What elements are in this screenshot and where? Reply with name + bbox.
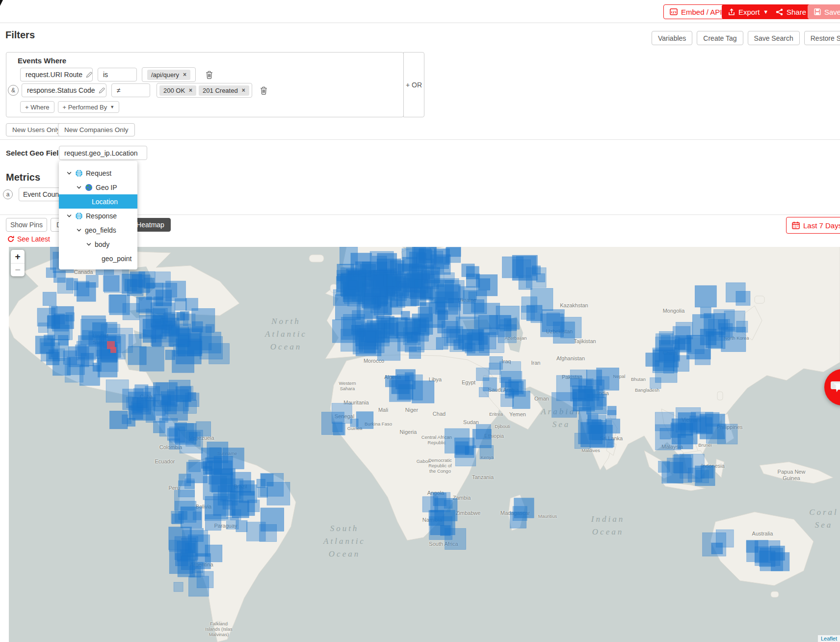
dropdown-item-label: Response bbox=[86, 212, 117, 220]
heatmap-cell bbox=[476, 368, 489, 381]
geo-field-input[interactable] bbox=[59, 146, 147, 160]
dropdown-item-label: Request bbox=[86, 169, 111, 177]
filter-field-button[interactable]: response.Status Code bbox=[22, 83, 106, 97]
heatmap-cell bbox=[239, 485, 257, 503]
heatmap-cell bbox=[153, 382, 177, 406]
zoom-out-button[interactable]: − bbox=[11, 263, 25, 276]
filter-actions: Variables Create Tag Save Search Restore… bbox=[652, 31, 840, 45]
operator-label: ≠ bbox=[117, 86, 121, 94]
heatmap-cell bbox=[261, 508, 284, 532]
filter-field-label: request.URI Route bbox=[26, 71, 82, 79]
heatmap-cell bbox=[480, 446, 494, 459]
heatmap-cell bbox=[405, 373, 414, 381]
heatmap-cell bbox=[47, 352, 59, 365]
heatmap-cell bbox=[206, 458, 222, 474]
heatmap-cell bbox=[440, 526, 450, 536]
heatmap-cell bbox=[466, 267, 479, 279]
filter-field-label: response.Status Code bbox=[27, 86, 95, 94]
delete-filter-button[interactable] bbox=[260, 86, 267, 95]
heatmap-cell bbox=[66, 313, 74, 321]
variables-button[interactable]: Variables bbox=[652, 31, 692, 45]
save-search-button[interactable]: Save Search bbox=[748, 31, 800, 45]
metric-badge: a bbox=[3, 189, 13, 199]
heatmap-cell bbox=[155, 272, 170, 287]
dropdown-item-request[interactable]: Request bbox=[59, 166, 137, 180]
filter-values-box[interactable]: /api/query bbox=[142, 67, 196, 82]
zoom-in-button[interactable]: + bbox=[11, 250, 25, 263]
filter-operator-select[interactable]: ≠ bbox=[111, 83, 150, 97]
dropdown-item-label: geo_fields bbox=[85, 226, 116, 234]
remove-icon[interactable] bbox=[183, 72, 186, 78]
heatmap-cell bbox=[192, 321, 203, 332]
share-button[interactable]: Share bbox=[769, 4, 813, 19]
heatmap-cell bbox=[675, 339, 685, 349]
heatmap-cell bbox=[43, 292, 56, 306]
heatmap-cell bbox=[136, 297, 152, 312]
dropdown-item-geo-fields[interactable]: geo_fields bbox=[59, 223, 137, 237]
heatmap-cell bbox=[398, 385, 413, 400]
filter-value-chip[interactable]: /api/query bbox=[147, 70, 190, 80]
chat-icon bbox=[830, 379, 840, 395]
geo-field-label: Select Geo Field bbox=[6, 149, 63, 157]
dropdown-item-response[interactable]: Response bbox=[59, 209, 137, 223]
heatmap-cell bbox=[372, 256, 387, 271]
and-operator-badge[interactable]: & bbox=[8, 85, 19, 96]
dropdown-item-location[interactable]: Location bbox=[59, 194, 137, 209]
save-button[interactable]: Save bbox=[808, 4, 840, 19]
show-pins-button[interactable]: Show Pins bbox=[6, 218, 47, 232]
heatmap-cell bbox=[448, 298, 461, 311]
dropdown-item-label: geo_point bbox=[102, 255, 132, 263]
filter-add-row: + Where + Performed By ▼ bbox=[20, 101, 119, 113]
heatmap-cell bbox=[38, 323, 48, 333]
new-companies-only-button[interactable]: New Companies Only bbox=[58, 123, 135, 136]
export-button[interactable]: Export ▼ bbox=[722, 4, 775, 19]
heatmap-cell bbox=[726, 283, 745, 302]
embed-api-button[interactable]: Embed / API bbox=[663, 4, 728, 19]
geo-field-dropdown: RequestGeo IPLocationResponsegeo_fieldsb… bbox=[59, 161, 137, 269]
remove-icon[interactable] bbox=[242, 87, 245, 93]
map-attribution-link[interactable]: Leaflet bbox=[818, 635, 840, 642]
heatmap-cell bbox=[478, 279, 490, 291]
heatmap-cell bbox=[409, 347, 421, 359]
heatmap-cell bbox=[261, 473, 284, 496]
filter-values-box[interactable]: 200 OK 201 Created bbox=[157, 83, 252, 98]
create-tag-button[interactable]: Create Tag bbox=[697, 31, 743, 45]
heatmap-cell bbox=[700, 329, 716, 345]
remove-icon[interactable] bbox=[189, 87, 192, 93]
see-latest-button[interactable]: See Latest bbox=[7, 235, 50, 243]
dropdown-item-geo-ip[interactable]: Geo IP bbox=[59, 180, 137, 194]
filter-value-chip[interactable]: 200 OK bbox=[159, 85, 196, 96]
export-label: Export bbox=[738, 8, 760, 16]
heatmap-cell bbox=[333, 422, 342, 432]
dropdown-item-body[interactable]: body bbox=[59, 237, 137, 251]
add-performed-by-button[interactable]: + Performed By ▼ bbox=[58, 101, 120, 113]
add-where-button[interactable]: + Where bbox=[20, 101, 54, 113]
date-range-button[interactable]: Last 7 Days bbox=[786, 217, 840, 234]
filters-title: Filters bbox=[5, 29, 35, 41]
heatmap-cell bbox=[350, 419, 358, 427]
new-users-only-button[interactable]: New Users Only bbox=[6, 123, 67, 136]
restore-search-button[interactable]: Restore Search bbox=[804, 31, 840, 45]
chip-label: 200 OK bbox=[163, 87, 185, 94]
dropdown-item-geo-point[interactable]: geo_point bbox=[59, 251, 137, 266]
heatmap-cell bbox=[760, 551, 775, 566]
heatmap-cell bbox=[156, 297, 172, 314]
heatmap-cell bbox=[445, 280, 464, 299]
delete-filter-button[interactable] bbox=[206, 71, 213, 79]
heatmap-cell bbox=[183, 400, 196, 413]
filter-operator-select[interactable]: is bbox=[98, 68, 137, 81]
chip-label: 201 Created bbox=[203, 87, 238, 94]
heatmap-cell bbox=[188, 535, 210, 557]
heatmap-cell bbox=[356, 325, 376, 346]
heatmap-cell bbox=[553, 322, 575, 344]
filter-field-button[interactable]: request.URI Route bbox=[20, 68, 93, 81]
heatmap-cell bbox=[513, 507, 527, 521]
top-toolbar: Embed / API Export ▼ Share Save bbox=[0, 0, 840, 23]
save-icon bbox=[814, 8, 821, 15]
heatmap-cell bbox=[170, 327, 189, 347]
map-canvas[interactable]: CanadaUnited StatesCubaColombiaVenezuela… bbox=[9, 247, 840, 642]
filter-value-chip[interactable]: 201 Created bbox=[199, 85, 249, 96]
heatmap-cell bbox=[106, 322, 117, 333]
heatmap-cell bbox=[658, 461, 670, 472]
add-or-button[interactable]: + OR bbox=[403, 52, 424, 117]
